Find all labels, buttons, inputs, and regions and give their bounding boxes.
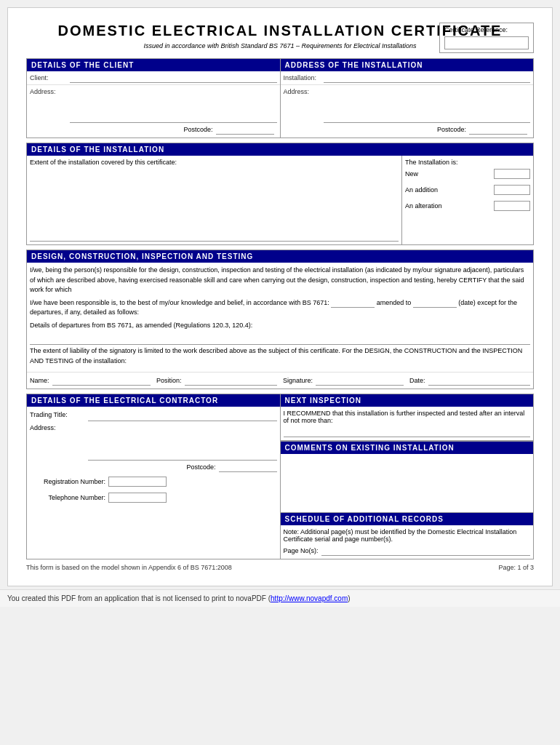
client-details-col: DETAILS OF THE CLIENT Client: Address: P… — [27, 59, 281, 138]
next-inspection-area: NEXT INSPECTION I RECOMMEND that this in… — [281, 394, 534, 442]
client-postcode-label: Postcode: — [183, 126, 212, 133]
page-nos-row: Page No(s): — [284, 546, 531, 556]
cert-ref-field[interactable] — [444, 36, 529, 49]
next-inspection-body: I RECOMMEND that this installation is fu… — [281, 407, 534, 441]
design-para4: The extent of liability of the signatory… — [30, 346, 530, 366]
contractor-body: Trading Title: Address: Postcode: Regist… — [27, 407, 280, 509]
signature-field[interactable] — [316, 375, 404, 386]
contractor-postcode-field[interactable] — [219, 462, 277, 472]
trading-label: Trading Title: — [30, 411, 88, 418]
alteration-row: An alteration — [405, 201, 530, 211]
installation-address-field[interactable] — [324, 87, 531, 123]
client-name-row: Client: — [27, 71, 280, 85]
next-inspection-text: I RECOMMEND that this installation is fu… — [284, 410, 531, 424]
new-checkbox[interactable] — [494, 169, 530, 179]
tel-row: Telephone Number: — [30, 490, 277, 506]
reg-number-label: Registration Number: — [33, 478, 105, 485]
contractor-col: DETAILS OF THE ELECTRICAL CONTRACTOR Tra… — [27, 394, 281, 559]
new-label: New — [405, 170, 418, 178]
contractor-postcode-row: Postcode: — [30, 462, 277, 472]
installation-address-header: ADDRESS OF THE INSTALLATION — [281, 59, 534, 71]
installation-name-field[interactable] — [324, 73, 531, 83]
page-nos-label: Page No(s): — [284, 547, 319, 554]
extent-field[interactable] — [30, 169, 399, 242]
reg-number-row: Registration Number: — [30, 474, 277, 490]
client-name-field[interactable] — [70, 73, 277, 83]
installation-name-row: Installation: — [281, 71, 534, 85]
position-field[interactable] — [185, 375, 277, 386]
comments-header: COMMENTS ON EXISTING INSTALLATION — [281, 442, 534, 454]
cert-ref-label: Certificate Reference: — [444, 26, 529, 33]
position-label: Position: — [156, 377, 182, 384]
contractor-postcode-label: Postcode: — [186, 463, 215, 471]
addition-checkbox[interactable] — [494, 185, 530, 195]
installation-postcode-row: Postcode: — [284, 123, 531, 136]
position-group: Position: — [156, 375, 277, 386]
installation-details-body: Extent of the installation covered by th… — [27, 156, 533, 244]
next-inspection-field[interactable] — [284, 427, 531, 437]
client-label: Client: — [30, 73, 70, 81]
client-postcode-row: Postcode: — [30, 123, 277, 136]
signature-label: Signature: — [283, 377, 313, 384]
installation-address-col: ADDRESS OF THE INSTALLATION Installation… — [281, 59, 534, 138]
schedule-header: SCHEDULE OF ADDITIONAL RECORDS — [281, 513, 534, 525]
client-address-section: DETAILS OF THE CLIENT Client: Address: P… — [26, 58, 534, 138]
client-section-header: DETAILS OF THE CLIENT — [27, 59, 280, 71]
novapdf-text-end: ) — [348, 594, 350, 602]
comments-area: COMMENTS ON EXISTING INSTALLATION — [281, 442, 534, 513]
addition-row: An addition — [405, 185, 530, 195]
design-section: DESIGN, CONSTRUCTION, INSPECTION AND TES… — [26, 250, 534, 389]
installation-type-area: The Installation is: New An addition An … — [402, 156, 533, 244]
next-inspection-header: NEXT INSPECTION — [281, 394, 534, 407]
reg-number-field[interactable] — [108, 477, 167, 487]
installation-address-label: Address: — [284, 87, 324, 95]
installation-address-row: Address: Postcode: — [281, 85, 534, 138]
new-row: New — [405, 169, 530, 179]
tel-field[interactable] — [108, 493, 167, 503]
installation-extent-area: Extent of the installation covered by th… — [27, 156, 402, 244]
alteration-checkbox[interactable] — [494, 201, 530, 211]
tel-label: Telephone Number: — [33, 494, 105, 501]
installation-postcode-field[interactable] — [469, 124, 527, 135]
amended-to-field[interactable] — [413, 299, 457, 308]
client-postcode-field[interactable] — [216, 124, 274, 135]
design-body: I/we, being the person(s) responsible fo… — [27, 263, 533, 372]
trading-row: Trading Title: — [30, 410, 277, 423]
footer-left: This form is based on the model shown in… — [26, 564, 232, 571]
date-field[interactable] — [428, 375, 530, 386]
schedule-body: Note: Additional page(s) must be identif… — [281, 525, 534, 559]
installation-label: Installation: — [284, 73, 324, 81]
signature-group: Signature: — [283, 375, 404, 386]
footer: This form is based on the model shown in… — [26, 564, 534, 571]
installation-details-section: DETAILS OF THE INSTALLATION Extent of th… — [26, 143, 534, 245]
novapdf-bar: You created this PDF from an application… — [0, 589, 560, 607]
page-nos-field[interactable] — [321, 546, 530, 556]
trading-field[interactable] — [88, 411, 277, 421]
novapdf-text: You created this PDF from an application… — [7, 594, 271, 602]
novapdf-link[interactable]: http://www.novapdf.com — [271, 594, 348, 602]
name-field[interactable] — [52, 375, 151, 386]
client-address-field[interactable] — [70, 87, 277, 123]
bs7671-version-field[interactable] — [331, 299, 375, 308]
addition-label: An addition — [405, 186, 438, 194]
name-group: Name: — [30, 375, 151, 386]
contractor-header: DETAILS OF THE ELECTRICAL CONTRACTOR — [27, 394, 280, 407]
design-para1: I/we, being the person(s) responsible fo… — [30, 266, 530, 295]
footer-right: Page: 1 of 3 — [498, 564, 534, 571]
departures-field[interactable] — [30, 333, 530, 345]
contractor-address-row: Address: Postcode: — [30, 423, 277, 474]
alteration-label: An alteration — [405, 202, 442, 210]
comments-body[interactable] — [281, 454, 534, 512]
schedule-area: SCHEDULE OF ADDITIONAL RECORDS Note: Add… — [281, 513, 534, 559]
design-para3: Details of departures from BS 7671, as a… — [30, 321, 530, 331]
name-label: Name: — [30, 377, 49, 384]
contractor-inspection-section: DETAILS OF THE ELECTRICAL CONTRACTOR Tra… — [26, 394, 534, 559]
client-address-label: Address: — [30, 87, 70, 95]
date-label: Date: — [409, 377, 425, 384]
installation-postcode-label: Postcode: — [437, 126, 466, 133]
schedule-note: Note: Additional page(s) must be identif… — [284, 528, 531, 543]
contractor-address-field[interactable] — [88, 424, 277, 461]
design-header: DESIGN, CONSTRUCTION, INSPECTION AND TES… — [27, 250, 533, 263]
client-address-row: Address: Postcode: — [27, 85, 280, 138]
design-signatories: Name: Position: Signature: Date: — [27, 372, 533, 389]
